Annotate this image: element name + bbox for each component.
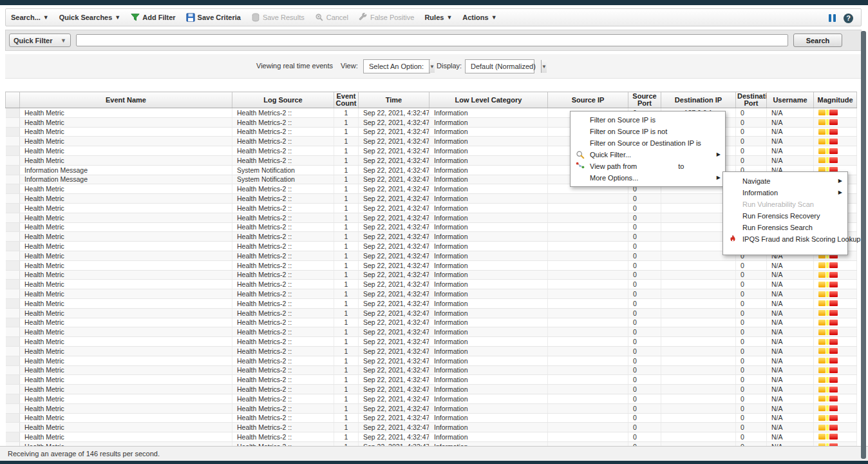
table-row[interactable]: Health MetricHealth Metrics-2 ::1Sep 22,… — [6, 346, 857, 356]
actions-menu-button[interactable]: Actions ▼ — [462, 14, 496, 21]
menu-item-quick-filter[interactable]: Quick Filter... ▶ — [571, 149, 725, 160]
cell-event_name: Health Metric — [20, 184, 232, 194]
cell-gutter — [6, 308, 20, 318]
column-header-source_port[interactable]: Source Port — [628, 92, 661, 108]
magnitude-bar — [818, 318, 838, 327]
table-row[interactable]: Health MetricHealth Metrics-2 ::1Sep 22,… — [6, 356, 857, 365]
cell-source_ip — [548, 356, 628, 365]
cell-count: 1 — [334, 242, 359, 251]
table-row[interactable]: Health MetricHealth Metrics-2 ::1Sep 22,… — [6, 270, 857, 280]
cell-source_port: 0 — [628, 232, 661, 242]
submenu-item-information[interactable]: Information ▶ — [723, 187, 847, 198]
cell-username: N/A — [767, 155, 814, 165]
table-row[interactable]: Health MetricHealth Metrics-2 ::1Sep 22,… — [6, 318, 857, 327]
submenu-item-run-forensics-recovery[interactable]: Run Forensics Recovery — [723, 210, 847, 222]
column-header-dest_port[interactable]: Destination Port — [736, 92, 767, 108]
search-button[interactable]: Search — [793, 34, 842, 47]
column-header-count[interactable]: Event Count — [334, 92, 359, 108]
menu-item-filter-source-ip-is[interactable]: Filter on Source IP is — [571, 114, 725, 126]
table-row[interactable]: Health MetricHealth Metrics-2 ::1Sep 22,… — [6, 155, 857, 165]
column-header-time[interactable]: Time — [359, 92, 429, 108]
submenu-item-label: Run Forensics Recovery — [742, 212, 820, 220]
cell-username: N/A — [767, 289, 814, 299]
help-icon[interactable]: ? — [844, 14, 853, 23]
column-header-log_source[interactable]: Log Source — [232, 92, 334, 108]
table-row[interactable]: Health MetricHealth Metrics-2 ::1Sep 22,… — [6, 308, 857, 318]
table-row[interactable]: Health MetricHealth Metrics-2 ::1Sep 22,… — [6, 127, 857, 137]
table-row[interactable]: Health MetricHealth Metrics-2 ::1Sep 22,… — [6, 385, 857, 394]
table-row[interactable]: Health MetricHealth Metrics-2 ::1Sep 22,… — [6, 260, 857, 270]
cell-source_ip — [548, 432, 628, 442]
table-row[interactable]: Health MetricHealth Metrics-2 ::1Sep 22,… — [6, 403, 857, 413]
table-row[interactable]: Health MetricHealth Metrics-2 ::1Sep 22,… — [6, 365, 857, 375]
menu-item-more-options[interactable]: More Options... ▶ — [571, 172, 725, 184]
cell-source_ip — [548, 327, 628, 337]
table-row[interactable]: Health MetricHealth Metrics-2 ::1Sep 22,… — [6, 146, 857, 156]
menu-item-filter-source-or-destination-ip[interactable]: Filter on Source or Destination IP is — [571, 137, 725, 149]
pause-icon[interactable] — [829, 14, 836, 22]
cell-category: Information — [429, 394, 548, 403]
search-menu-label: Search... — [11, 14, 41, 21]
column-header-event_name[interactable]: Event Name — [20, 92, 232, 108]
false-positive-button[interactable]: False Positive — [359, 13, 414, 22]
add-filter-button[interactable]: Add Filter — [131, 13, 175, 22]
cell-source_port: 0 — [628, 375, 661, 385]
save-criteria-button[interactable]: Save Criteria — [186, 13, 241, 22]
table-row[interactable]: Health MetricHealth Metrics-2 ::1Sep 22,… — [6, 117, 857, 127]
cell-event_name: Health Metric — [20, 194, 232, 204]
cell-magnitude — [814, 308, 857, 318]
submenu-item-ipqs-lookup[interactable]: IPQS Fraud and Risk Scoring Lookup — [723, 233, 847, 245]
cell-magnitude — [814, 318, 857, 327]
view-select[interactable]: Select An Option: ▼ — [363, 59, 430, 73]
table-row[interactable]: Health MetricHealth Metrics-2 ::1Sep 22,… — [6, 289, 857, 299]
table-row[interactable]: Health MetricHealth Metrics-2 ::1Sep 22,… — [6, 337, 857, 347]
submenu-item-run-forensics-search[interactable]: Run Forensics Search — [723, 222, 847, 233]
column-header-dest_ip[interactable]: Destination IP — [661, 92, 736, 108]
cancel-button[interactable]: Cancel — [315, 13, 348, 22]
menu-item-view-path[interactable]: View path from to — [571, 160, 725, 172]
submenu-item-run-vulnerability-scan[interactable]: Run Vulnerability Scan — [723, 198, 847, 210]
table-row[interactable]: Health MetricHealth Metrics-2 ::1Sep 22,… — [6, 137, 857, 146]
column-header-username[interactable]: Username — [767, 92, 814, 108]
cell-count: 1 — [334, 146, 359, 156]
cell-time: Sep 22, 2021, 4:32:47 PM — [359, 232, 429, 242]
display-select[interactable]: Default (Normalized) ▼ — [465, 59, 534, 73]
cell-magnitude — [814, 385, 857, 394]
cell-event_name: Health Metric — [20, 270, 232, 280]
cell-username: N/A — [767, 432, 814, 442]
cell-event_name: Health Metric — [20, 337, 232, 347]
cell-magnitude — [814, 432, 857, 442]
table-row[interactable]: Health MetricHealth Metrics-2 ::1Sep 22,… — [6, 280, 857, 289]
column-header-category[interactable]: Low Level Category — [429, 92, 548, 108]
filter-mode-dropdown[interactable]: Quick Filter ▼ — [9, 34, 71, 47]
vertical-scrollbar[interactable] — [861, 31, 866, 459]
table-row[interactable]: Health MetricHealth Metrics-2 ::1Sep 22,… — [6, 375, 857, 385]
cell-event_name: Health Metric — [20, 242, 232, 251]
cell-event_name: Information Message — [20, 175, 232, 184]
cell-dest_ip — [661, 318, 736, 327]
magnitude-bar — [818, 394, 838, 403]
table-row[interactable]: Health MetricHealth Metrics-2 ::1Sep 22,… — [6, 413, 857, 423]
table-row[interactable]: Health MetricHealth Metrics-2 ::1Sep 22,… — [6, 108, 857, 118]
table-row[interactable]: Health MetricHealth Metrics-2 ::1Sep 22,… — [6, 432, 857, 442]
column-header-magnitude[interactable]: Magnitude — [814, 92, 857, 108]
cell-source_port: 0 — [628, 385, 661, 394]
save-results-button[interactable]: Save Results — [251, 13, 305, 22]
search-menu-button[interactable]: Search... ▼ — [11, 14, 49, 21]
quick-filter-input[interactable] — [76, 34, 788, 46]
table-row[interactable]: Health MetricHealth Metrics-2 ::1Sep 22,… — [6, 298, 857, 308]
table-row[interactable]: Health MetricHealth Metrics-2 ::1Sep 22,… — [6, 327, 857, 337]
magnitude-bar — [818, 156, 838, 165]
submenu-item-navigate[interactable]: Navigate ▶ — [723, 175, 847, 187]
cell-category: Information — [429, 213, 548, 222]
rules-menu-button[interactable]: Rules ▼ — [424, 14, 452, 21]
magnitude-bar — [818, 146, 838, 155]
cell-username: N/A — [767, 375, 814, 385]
table-row[interactable]: Health MetricHealth Metrics-2 ::1Sep 22,… — [6, 394, 857, 403]
menu-item-filter-source-ip-is-not[interactable]: Filter on Source IP is not — [571, 126, 725, 137]
table-row[interactable]: Health MetricHealth Metrics-2 ::1Sep 22,… — [6, 423, 857, 432]
column-header-source_ip[interactable]: Source IP — [548, 92, 628, 108]
cell-gutter — [6, 260, 20, 270]
quick-searches-menu-button[interactable]: Quick Searches ▼ — [59, 14, 120, 21]
magnitude-bar — [818, 404, 838, 413]
